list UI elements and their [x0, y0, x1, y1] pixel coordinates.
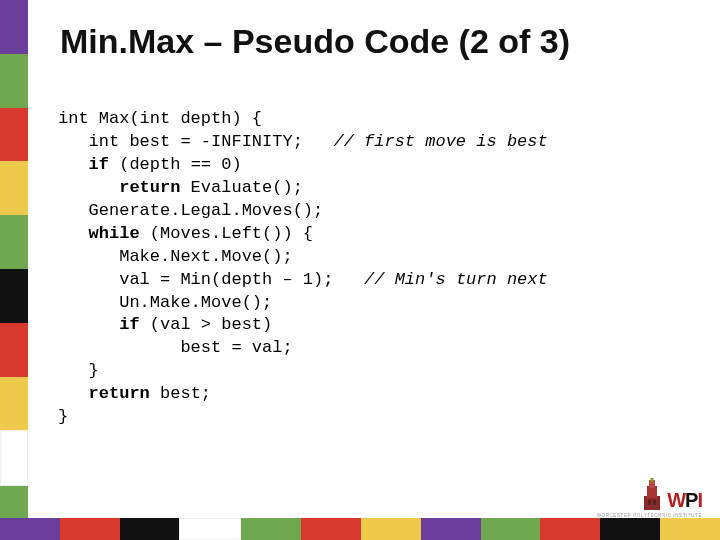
- code-comment: // first move is best: [333, 132, 547, 151]
- code-keyword: return: [58, 178, 180, 197]
- stripe-seg: [600, 518, 660, 540]
- stripe-seg: [361, 518, 421, 540]
- code-keyword: return: [58, 384, 150, 403]
- bottom-color-stripe: [0, 518, 720, 540]
- code-line: int best = -INFINITY;: [58, 132, 333, 151]
- code-line: int Max(int depth) {: [58, 109, 262, 128]
- stripe-seg: [0, 0, 28, 54]
- stripe-seg: [421, 518, 481, 540]
- svg-rect-0: [644, 496, 660, 510]
- slide: Min.Max – Pseudo Code (2 of 3) int Max(i…: [0, 0, 720, 540]
- stripe-seg: [241, 518, 301, 540]
- logo-letter: W: [667, 489, 685, 512]
- stripe-seg: [0, 54, 28, 108]
- stripe-seg: [0, 108, 28, 162]
- wpi-logo: WPI: [641, 478, 702, 512]
- code-line: Evaluate();: [180, 178, 302, 197]
- code-keyword: while: [58, 224, 140, 243]
- logo-letter: I: [697, 489, 702, 512]
- stripe-seg: [0, 430, 28, 486]
- stripe-seg: [0, 518, 60, 540]
- code-line: val = Min(depth – 1);: [58, 270, 364, 289]
- code-line: best = val;: [58, 338, 293, 357]
- left-color-stripe: [0, 0, 28, 540]
- stripe-seg: [60, 518, 120, 540]
- pseudocode-block: int Max(int depth) { int best = -INFINIT…: [58, 108, 690, 429]
- code-line: Generate.Legal.Moves();: [58, 201, 323, 220]
- stripe-seg: [0, 377, 28, 431]
- code-line: (val > best): [140, 315, 273, 334]
- svg-rect-3: [651, 478, 654, 482]
- stripe-seg: [0, 215, 28, 269]
- code-keyword: if: [58, 315, 140, 334]
- stripe-seg: [301, 518, 361, 540]
- slide-title: Min.Max – Pseudo Code (2 of 3): [60, 22, 690, 61]
- code-line: (Moves.Left()) {: [140, 224, 313, 243]
- code-line: }: [58, 407, 68, 426]
- stripe-seg: [0, 323, 28, 377]
- stripe-seg: [0, 269, 28, 323]
- tower-icon: [641, 478, 663, 512]
- svg-rect-5: [653, 500, 656, 505]
- wpi-wordmark: WPI: [667, 489, 702, 512]
- code-keyword: if: [58, 155, 109, 174]
- svg-rect-4: [648, 500, 651, 505]
- stripe-seg: [660, 518, 720, 540]
- stripe-seg: [540, 518, 600, 540]
- code-line: }: [58, 361, 99, 380]
- code-line: (depth == 0): [109, 155, 242, 174]
- stripe-seg: [179, 518, 241, 540]
- code-line: best;: [150, 384, 211, 403]
- code-line: Un.Make.Move();: [58, 293, 272, 312]
- code-line: Make.Next.Move();: [58, 247, 293, 266]
- code-comment: // Min's turn next: [364, 270, 548, 289]
- stripe-seg: [481, 518, 541, 540]
- stripe-seg: [0, 161, 28, 215]
- stripe-seg: [120, 518, 180, 540]
- logo-letter: P: [685, 489, 697, 512]
- wpi-subtext: WORCESTER POLYTECHNIC INSTITUTE: [597, 513, 702, 518]
